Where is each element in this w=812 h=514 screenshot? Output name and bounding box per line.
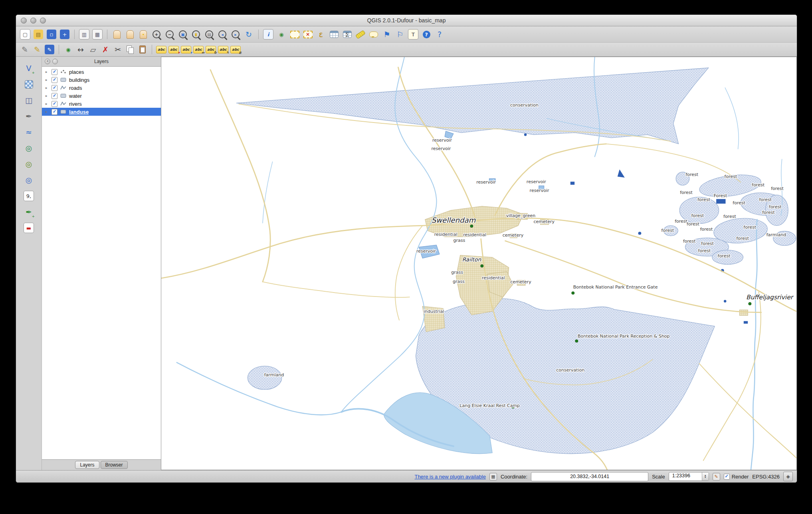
text-annotation-button[interactable]: T	[407, 28, 419, 40]
refresh-map-button[interactable]: ↻	[243, 28, 255, 40]
panel-close-button[interactable]: ×	[45, 59, 50, 64]
save-project-as-button[interactable]: +	[59, 28, 71, 40]
add-raster-layer-icon	[25, 80, 33, 89]
expand-arrow-icon[interactable]: ▸	[46, 94, 49, 98]
layer-visibility-checkbox[interactable]: ✓	[51, 85, 57, 91]
zoom-out-button[interactable]: −	[164, 28, 176, 40]
add-mssql-layer-button[interactable]: ≈	[23, 126, 35, 138]
zoom-last-button[interactable]: ◂	[216, 28, 228, 40]
pan-map-button[interactable]	[124, 28, 136, 40]
map-tips-button[interactable]	[368, 28, 380, 40]
crs-status-button[interactable]: ◈	[783, 472, 793, 481]
layer-item-roads[interactable]: ▸✓roads	[42, 84, 161, 92]
plugin-icon[interactable]: ▦	[489, 473, 497, 480]
add-spatialite-layer-button[interactable]: ✒	[23, 110, 35, 122]
add-wcs-layer-button[interactable]: ◎	[23, 158, 35, 170]
composer-manager-button[interactable]: ▦	[91, 28, 103, 40]
layer-visibility-checkbox[interactable]: ✓	[51, 93, 57, 99]
add-postgis-layer-button[interactable]: ◫	[23, 94, 35, 106]
copy-features-button[interactable]	[125, 44, 136, 55]
panel-tab-layers[interactable]: Layers	[75, 461, 99, 469]
identify-features-button[interactable]: i	[262, 28, 274, 40]
layer-visibility-checkbox[interactable]: ✓	[51, 109, 57, 115]
title-bar[interactable]: QGIS 2.0.1-Dufour - basic_map	[16, 15, 797, 26]
add-vector-layer-button[interactable]: V+	[23, 62, 35, 74]
new-project-button[interactable]: ▢	[19, 28, 31, 40]
zoom-in-button[interactable]: +	[151, 28, 162, 40]
highlight-pinned-labels-button[interactable]: abc▾	[180, 44, 192, 55]
remove-layer-button[interactable]: ▬	[23, 222, 35, 234]
layer-label[interactable]: landuse	[69, 109, 89, 115]
layer-label[interactable]: roads	[69, 85, 82, 91]
map-label: forest	[675, 219, 687, 224]
save-project-button[interactable]: ▫	[46, 28, 57, 40]
cut-features-button[interactable]: ✂	[112, 44, 123, 55]
layer-item-rivers[interactable]: ▸✓rivers	[42, 100, 161, 108]
field-calculator-button[interactable]: ∑	[341, 28, 353, 40]
add-wfs-layer-button[interactable]: ◎	[23, 174, 35, 186]
coordinate-input[interactable]	[531, 472, 648, 481]
add-wms-layer-button[interactable]: ◎	[23, 142, 35, 154]
layer-label[interactable]: buildings	[69, 77, 89, 83]
map-canvas[interactable]: conservationreservoirreservoirreservoirr…	[161, 57, 797, 470]
show-bookmarks-button[interactable]: ⚐	[394, 28, 406, 40]
expand-arrow-icon[interactable]: ▸	[46, 102, 49, 106]
new-shapefile-layer-button[interactable]: ✒+	[23, 206, 35, 218]
plugin-available-link[interactable]: There is a new plugin available	[414, 474, 486, 480]
expand-arrow-icon[interactable]: ▸	[46, 70, 49, 74]
panel-tab-browser[interactable]: Browser	[101, 461, 128, 469]
whats-this-button[interactable]: ?	[434, 28, 446, 40]
layer-label[interactable]: rivers	[69, 101, 82, 107]
expand-arrow-icon[interactable]: ▸	[46, 86, 49, 90]
pin-labels-button[interactable]: abc▾	[168, 44, 179, 55]
labeling-options-button[interactable]: abc	[156, 44, 167, 55]
toggle-editing-button[interactable]: ✎	[32, 44, 43, 55]
add-feature-button[interactable]: ◉	[63, 44, 74, 55]
measure-line-button[interactable]	[355, 28, 366, 40]
new-bookmark-button[interactable]: ⚑	[381, 28, 393, 40]
add-delimited-text-layer-button[interactable]: 9,	[23, 190, 35, 202]
run-feature-action-button[interactable]: ◉	[275, 28, 287, 40]
pan-map-to-selection-button[interactable]: •	[137, 28, 149, 40]
scale-combo[interactable]: 1:23396 ▲▼	[669, 472, 709, 481]
node-tool-button[interactable]: ▱	[87, 44, 99, 55]
add-raster-layer-button[interactable]	[23, 78, 35, 90]
delete-selected-button[interactable]: ✗	[100, 44, 111, 55]
new-print-composer-button[interactable]: ▥	[78, 28, 90, 40]
label-properties-button[interactable]: abc≡	[230, 44, 241, 55]
move-label-button[interactable]: abc↔	[193, 44, 204, 55]
select-features-button[interactable]	[289, 28, 301, 40]
paste-features-button[interactable]	[137, 44, 148, 55]
layer-item-places[interactable]: ▸✓places	[42, 68, 161, 76]
select-by-expression-button[interactable]: ε	[315, 28, 327, 40]
deselect-features-button[interactable]: ×	[302, 28, 314, 40]
change-label-button[interactable]: abc✎	[218, 44, 229, 55]
layer-item-landuse[interactable]: ▸✓landuse	[42, 108, 161, 116]
help-contents-button[interactable]: ?	[420, 28, 432, 40]
panel-float-button[interactable]	[52, 59, 58, 64]
touch-zoom-and-pan-button[interactable]	[111, 28, 123, 40]
expand-arrow-icon[interactable]: ▸	[46, 78, 49, 82]
add-feature-icon: ◉	[63, 45, 73, 54]
expand-arrow-icon[interactable]: ▸	[46, 110, 49, 114]
zoom-full-button[interactable]: ▣	[177, 28, 189, 40]
rotate-label-button[interactable]: abc↻	[205, 44, 216, 55]
map-rendering-icon[interactable]: ✎	[713, 473, 720, 480]
layer-label[interactable]: water	[69, 93, 82, 99]
scale-combo-arrows-icon[interactable]: ▲▼	[702, 472, 709, 480]
zoom-to-layer-button[interactable]: ▤	[203, 28, 215, 40]
save-layer-edits-button[interactable]: ✎	[44, 44, 55, 55]
move-feature-button[interactable]: ↔	[75, 44, 86, 55]
zoom-to-selection-button[interactable]: ▮	[190, 28, 202, 40]
current-edits-button[interactable]: ✎	[19, 44, 30, 55]
zoom-next-button[interactable]: ▸	[230, 28, 242, 40]
layer-visibility-checkbox[interactable]: ✓	[51, 77, 57, 83]
layer-item-water[interactable]: ▸✓water	[42, 92, 161, 100]
render-checkbox[interactable]: ✓	[724, 474, 730, 480]
layer-visibility-checkbox[interactable]: ✓	[51, 101, 57, 107]
layer-item-buildings[interactable]: ▸✓buildings	[42, 76, 161, 84]
open-project-button[interactable]: ▤	[32, 28, 44, 40]
open-attribute-table-button[interactable]	[328, 28, 340, 40]
layer-label[interactable]: places	[69, 69, 84, 75]
layer-visibility-checkbox[interactable]: ✓	[51, 69, 57, 75]
